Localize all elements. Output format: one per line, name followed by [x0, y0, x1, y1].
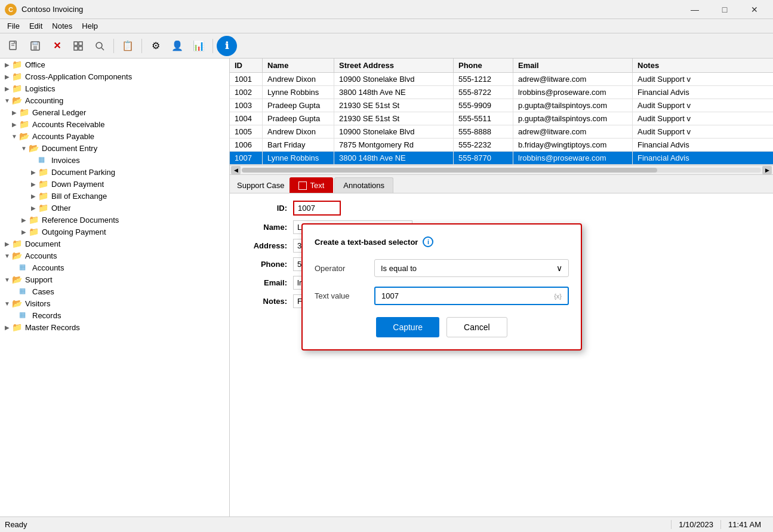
toggle-visitors[interactable]: ▼ [2, 299, 12, 308]
toggle-document[interactable]: ▶ [2, 239, 12, 248]
folder-icon-visitors: 📂 [12, 299, 23, 308]
menu-edit[interactable]: Edit [24, 20, 47, 32]
sidebar-item-invoices[interactable]: ▦ Invoices [0, 154, 229, 166]
toggle-office[interactable]: ▶ [2, 60, 12, 69]
table-row[interactable]: 1006 Bart Friday 7875 Montgomery Rd 555-… [230, 139, 773, 152]
toggle-general-ledger[interactable]: ▶ [10, 107, 19, 117]
sidebar-item-accounts-parent[interactable]: ▼ 📂 Accounts [0, 250, 229, 262]
sidebar-item-outgoing-payment[interactable]: ▶ 📁 Outgoing Payment [0, 226, 229, 238]
grid-button[interactable] [68, 36, 88, 56]
toggle-master-records[interactable]: ▶ [2, 322, 12, 332]
sidebar-item-accounts-payable[interactable]: ▼ 📂 Accounts Payable [0, 130, 229, 142]
sidebar-item-reference-documents[interactable]: ▶ 📁 Reference Documents [0, 214, 229, 226]
table-row[interactable]: 1003 Pradeep Gupta 21930 SE 51st St 555-… [230, 99, 773, 112]
maximize-button[interactable]: □ [711, 0, 738, 19]
table-row[interactable]: 1004 Pradeep Gupta 21930 SE 51st St 555-… [230, 112, 773, 125]
table-row[interactable]: 1007 Lynne Robbins 3800 148th Ave NE 555… [230, 152, 773, 165]
settings-button[interactable]: ⚙ [146, 36, 166, 56]
info-button[interactable]: ℹ [217, 36, 237, 56]
toggle-document-entry[interactable]: ▼ [19, 143, 29, 153]
sidebar-item-accounts-child[interactable]: ▦ Accounts [0, 262, 229, 273]
sidebar-item-support[interactable]: ▼ 📂 Support [0, 273, 229, 285]
dialog-buttons: Capture Cancel [315, 317, 569, 337]
folder-icon-document-entry: 📂 [29, 143, 39, 153]
close-button[interactable]: ✕ [741, 0, 768, 19]
table-row[interactable]: 1002 Lynne Robbins 3800 148th Ave NE 555… [230, 86, 773, 99]
table-icon-invoices: ▦ [38, 155, 49, 165]
toggle-accounts-payable[interactable]: ▼ [10, 131, 19, 141]
label-visitors: Visitors [25, 299, 50, 308]
cell-name-1003: Pradeep Gupta [263, 99, 334, 112]
sidebar-item-bill-of-exchange[interactable]: ▶ 📁 Bill of Exchange [0, 190, 229, 202]
toggle-records [10, 310, 19, 320]
toggle-cross-app[interactable]: ▶ [2, 72, 12, 81]
sidebar-item-cases[interactable]: ▦ Cases [0, 285, 229, 297]
delete-button[interactable]: ✕ [47, 36, 67, 56]
toggle-accounts-receivable[interactable]: ▶ [10, 119, 19, 129]
grid-scroll[interactable]: ID Name Street Address Phone Email Notes… [230, 59, 773, 165]
sidebar: ▶ 📁 Office ▶ 📁 Cross-Application Compone… [0, 59, 230, 516]
sidebar-item-accounting[interactable]: ▼ 📂 Accounting [0, 94, 229, 106]
sidebar-item-document[interactable]: ▶ 📁 Document [0, 238, 229, 250]
cancel-button[interactable]: Cancel [446, 317, 507, 337]
status-date: 1/10/2023 [671, 520, 720, 529]
toggle-down-payment[interactable]: ▶ [29, 179, 38, 189]
sidebar-item-cross-app[interactable]: ▶ 📁 Cross-Application Components [0, 70, 229, 82]
sidebar-item-master-records[interactable]: ▶ 📁 Master Records [0, 321, 229, 333]
toggle-accounting[interactable]: ▼ [2, 96, 12, 105]
export-button[interactable]: 📊 [189, 36, 209, 56]
label-document: Document [25, 239, 60, 248]
capture-button[interactable]: Capture [376, 317, 439, 337]
sidebar-item-visitors[interactable]: ▼ 📂 Visitors [0, 297, 229, 309]
toggle-invoices [29, 155, 38, 165]
cell-id-1004: 1004 [230, 112, 263, 125]
toggle-reference-documents[interactable]: ▶ [19, 215, 29, 225]
grid-hscroll[interactable]: ◀ ▶ [230, 165, 773, 174]
cell-email-1003: p.gupta@tailspintoys.com [513, 99, 633, 112]
search-button[interactable] [90, 36, 110, 56]
sidebar-item-general-ledger[interactable]: ▶ 📁 General Ledger [0, 106, 229, 118]
cell-phone-1002: 555-8722 [454, 86, 513, 99]
sidebar-item-logistics[interactable]: ▶ 📁 Logistics [0, 82, 229, 94]
sidebar-item-office[interactable]: ▶ 📁 Office [0, 59, 229, 70]
toggle-bill-of-exchange[interactable]: ▶ [29, 191, 38, 201]
toggle-other[interactable]: ▶ [29, 203, 38, 213]
svg-rect-6 [33, 46, 37, 50]
table-icon-records: ▦ [19, 310, 30, 320]
cell-email-1005: adrew@litware.com [513, 125, 633, 138]
sidebar-item-records[interactable]: ▦ Records [0, 309, 229, 321]
text-value-input[interactable]: 1007 {x} [374, 287, 569, 305]
toggle-logistics[interactable]: ▶ [2, 84, 12, 93]
menu-notes[interactable]: Notes [47, 20, 77, 32]
table-row[interactable]: 1005 Andrew Dixon 10900 Stonelake Blvd 5… [230, 125, 773, 139]
menu-help[interactable]: Help [77, 20, 103, 32]
minimize-button[interactable]: — [681, 0, 709, 19]
sidebar-item-document-parking[interactable]: ▶ 📁 Document Parking [0, 166, 229, 178]
operator-value: Is equal to [381, 264, 417, 273]
table-icon-cases: ▦ [19, 287, 30, 296]
new-button[interactable] [4, 36, 24, 56]
cell-id-1002: 1002 [230, 86, 263, 99]
toggle-document-parking[interactable]: ▶ [29, 167, 38, 177]
operator-select[interactable]: Is equal to ∨ [374, 259, 569, 277]
tab-annotations[interactable]: Annotations [334, 177, 393, 193]
toggle-accounts-parent[interactable]: ▼ [2, 251, 12, 260]
svg-point-11 [96, 42, 102, 48]
dialog-info-icon[interactable]: i [423, 236, 433, 247]
toggle-outgoing-payment[interactable]: ▶ [19, 227, 29, 236]
cell-notes-1002: Financial Advis [633, 86, 773, 99]
sidebar-item-accounts-receivable[interactable]: ▶ 📁 Accounts Receivable [0, 118, 229, 130]
save-button[interactable] [25, 36, 45, 56]
toggle-support[interactable]: ▼ [2, 275, 12, 284]
operator-label: Operator [315, 264, 374, 273]
sidebar-item-down-payment[interactable]: ▶ 📁 Down Payment [0, 178, 229, 190]
person-button[interactable]: 👤 [167, 36, 187, 56]
data-grid: ID Name Street Address Phone Email Notes… [230, 59, 773, 175]
sidebar-item-other[interactable]: ▶ 📁 Other [0, 202, 229, 214]
note-button[interactable]: 📋 [118, 36, 138, 56]
menu-file[interactable]: File [2, 20, 24, 32]
label-document-parking: Document Parking [51, 168, 115, 177]
tab-text[interactable]: Text [290, 177, 334, 193]
sidebar-item-document-entry[interactable]: ▼ 📂 Document Entry [0, 142, 229, 154]
table-row[interactable]: 1001 Andrew Dixon 10900 Stonelake Blvd 5… [230, 73, 773, 86]
